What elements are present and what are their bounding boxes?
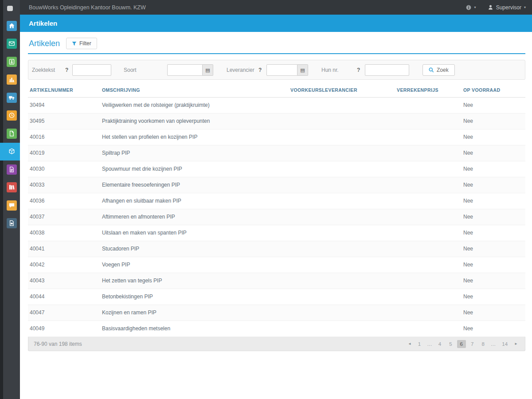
section-title: Artikelen	[28, 39, 60, 48]
leverancier-lookup-button[interactable]: ▤	[297, 64, 308, 76]
cell-op-voorraad: Nee	[462, 193, 525, 209]
cell-artikelnummer: 40044	[28, 289, 100, 305]
table-row[interactable]: 40047Kozijnen en ramen PIPNee	[28, 305, 525, 321]
cell-verrekenprijs	[395, 177, 462, 193]
table-row[interactable]: 40030Spouwmuur met drie kozijnen PIPNee	[28, 161, 525, 177]
sidebar-item-transport[interactable]	[0, 89, 20, 107]
soort-label: Soort	[124, 67, 167, 73]
pagination-page-8[interactable]: 8	[478, 340, 487, 348]
cell-artikelnummer: 40047	[28, 305, 100, 321]
table-header-row: Artikelnummer Omschrijving Voorkeursleve…	[28, 83, 525, 98]
clock-icon	[7, 110, 17, 121]
table-row[interactable]: 40037Aftimmeren en afmonteren PIPNee	[28, 209, 525, 225]
cell-voorkeursleverancier	[289, 113, 395, 129]
cell-omschrijving: Aftimmeren en afmonteren PIP	[100, 209, 289, 225]
column-header-voorkeursleverancier[interactable]: Voorkeursleverancier	[289, 83, 395, 98]
sidebar-item-reports[interactable]	[0, 71, 20, 89]
content-area: Artikelen Filter Zoektekst ? Soort ▤ Lev…	[20, 32, 532, 399]
cell-verrekenprijs	[395, 113, 462, 129]
cell-op-voorraad: Nee	[462, 98, 525, 113]
sidebar-item-artikelen[interactable]	[0, 143, 20, 161]
pagination-page-4[interactable]: 4	[435, 340, 444, 348]
sidebar-item-home[interactable]	[0, 17, 20, 35]
table-row[interactable]: 40043Het zetten van tegels PIPNee	[28, 273, 525, 289]
cell-verrekenprijs	[395, 225, 462, 241]
hunnr-input[interactable]	[365, 64, 409, 76]
soort-input[interactable]	[167, 64, 203, 76]
envelope-icon	[7, 39, 17, 49]
sidebar-item-planning[interactable]	[0, 107, 20, 125]
column-header-op-voorraad[interactable]: Op voorraad	[462, 83, 525, 98]
contact-icon	[7, 57, 17, 67]
sidebar-item-library[interactable]	[0, 179, 20, 197]
search-icon	[429, 67, 434, 73]
search-button[interactable]: Zoek	[422, 64, 455, 76]
sidebar-item-messages[interactable]	[0, 196, 20, 215]
cell-op-voorraad: Nee	[462, 257, 525, 273]
filter-button[interactable]: Filter	[66, 38, 97, 49]
zoektekst-input[interactable]	[72, 64, 111, 76]
table-row[interactable]: 40036Afhangen en sluitbaar maken PIPNee	[28, 193, 525, 209]
cell-verrekenprijs	[395, 321, 462, 337]
table-row[interactable]: 40033Elementaire freesoefeningen PIPNee	[28, 177, 525, 193]
cell-artikelnummer: 40033	[28, 177, 100, 193]
table-row[interactable]: 40042Voegen PIPNee	[28, 257, 525, 273]
file-image-icon	[7, 218, 17, 228]
sidebar-item-relations[interactable]	[0, 53, 20, 71]
table-row[interactable]: 40019Spiltrap PIPNee	[28, 145, 525, 161]
funnel-icon	[72, 41, 77, 46]
cell-op-voorraad: Nee	[462, 321, 525, 337]
sidebar-item-documents[interactable]	[0, 125, 20, 143]
column-header-verrekenprijs[interactable]: Verrekenprijs	[395, 83, 462, 98]
cell-op-voorraad: Nee	[462, 225, 525, 241]
cell-omschrijving: Het stellen van profielen en kozijnen PI…	[100, 129, 289, 145]
table-row[interactable]: 40016Het stellen van profielen en kozijn…	[28, 129, 525, 145]
cell-omschrijving: Stucadoren PIP	[100, 241, 289, 257]
cell-voorkeursleverancier	[289, 209, 395, 225]
sidebar-nav	[0, 17, 20, 232]
cell-voorkeursleverancier	[289, 177, 395, 193]
column-header-omschrijving[interactable]: Omschrijving	[100, 83, 289, 98]
table-row[interactable]: 40049Basisvaardigheden metselenNee	[28, 321, 525, 337]
pagination-ellipsis: …	[489, 340, 497, 348]
sidebar-item-forms[interactable]	[0, 160, 20, 179]
table-row[interactable]: 40044Betonbekistingen PIPNee	[28, 289, 525, 305]
items-summary: 76-90 van 198 items	[34, 341, 82, 347]
pagination-page-5[interactable]: 5	[446, 340, 455, 348]
pagination-page-7[interactable]: 7	[468, 340, 477, 348]
app-window: BouwWorks Opleidingen Kantoor Bouwm. KZW…	[0, 0, 532, 399]
cell-voorkeursleverancier	[289, 129, 395, 145]
user-name: Supervisor	[496, 4, 521, 11]
leverancier-input[interactable]	[266, 64, 297, 76]
sidebar-item-mail[interactable]	[0, 35, 20, 53]
leverancier-lookup-group: ▤	[263, 64, 308, 76]
cell-op-voorraad: Nee	[462, 305, 525, 321]
menu-toggle-button[interactable]	[0, 0, 20, 17]
hunnr-label: Hun nr.	[321, 67, 357, 73]
cell-verrekenprijs	[395, 129, 462, 145]
package-icon	[7, 146, 17, 156]
column-header-artikelnummer[interactable]: Artikelnummer	[28, 83, 100, 98]
table-row[interactable]: 30494Veiligwerken met de rolsteiger (pra…	[28, 98, 525, 113]
pagination-page-14[interactable]: 14	[499, 340, 511, 348]
table-row[interactable]: 30495Praktijktraining voorkomen van ople…	[28, 113, 525, 129]
pagination-page-1[interactable]: 1	[415, 340, 424, 348]
cell-op-voorraad: Nee	[462, 177, 525, 193]
info-menu[interactable]: ▾	[466, 4, 476, 11]
truck-icon	[7, 93, 17, 103]
leverancier-label: Leverancier	[227, 67, 258, 73]
soort-lookup-button[interactable]: ▤	[203, 64, 213, 76]
cell-artikelnummer: 40038	[28, 225, 100, 241]
cell-op-voorraad: Nee	[462, 161, 525, 177]
table-row[interactable]: 40038Uitslaan en maken van spanten PIPNe…	[28, 225, 525, 241]
sidebar-item-archive[interactable]	[0, 215, 20, 233]
chevron-down-icon: ▾	[474, 5, 476, 9]
pagination-next-button[interactable]: ►	[512, 340, 520, 347]
pagination-page-6[interactable]: 6	[457, 340, 466, 348]
user-menu[interactable]: Supervisor ▾	[488, 4, 526, 11]
help-icon: ?	[65, 67, 70, 73]
menu-toggle-icon	[7, 6, 13, 11]
table-row[interactable]: 40041Stucadoren PIPNee	[28, 241, 525, 257]
pagination-prev-button[interactable]: ◄	[406, 340, 413, 347]
cell-artikelnummer: 40043	[28, 273, 100, 289]
